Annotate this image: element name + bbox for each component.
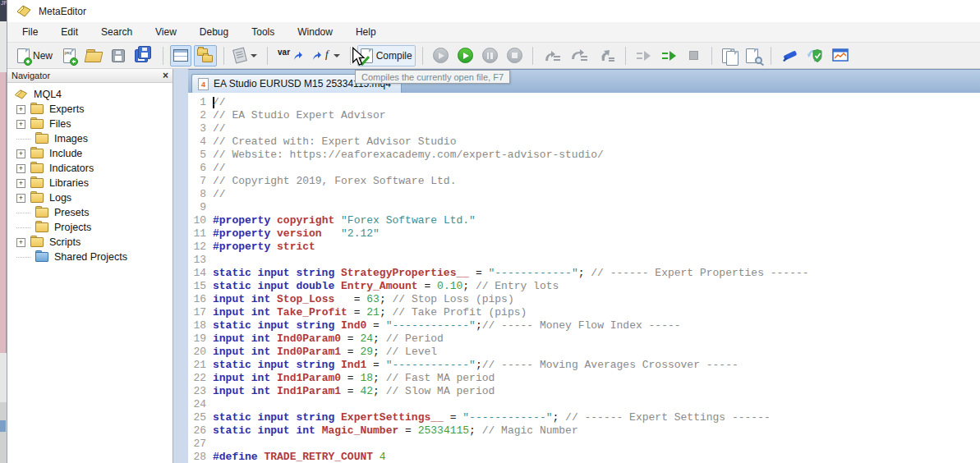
expand-plus-icon[interactable]: + (16, 238, 25, 247)
code-line[interactable]: 21static input string Ind1 = "----------… (188, 359, 980, 372)
code-line[interactable]: 22input int Ind1Param0 = 18; // Fast MA … (188, 372, 980, 385)
compile-button[interactable]: Compile (357, 45, 416, 66)
code-editor[interactable]: 1//2// EA Studio Expert Advisor3//4// Cr… (188, 93, 980, 463)
line-number: 19 (188, 332, 213, 346)
expand-plus-icon[interactable]: + (16, 164, 25, 173)
open-button[interactable] (82, 45, 105, 66)
expand-plus-icon[interactable]: + (16, 120, 25, 129)
menu-item-file[interactable]: File (11, 22, 49, 42)
code-line[interactable]: 5// Website: https://eaforexacademy.com/… (188, 149, 980, 162)
menu-item-view[interactable]: View (144, 22, 188, 42)
code-line[interactable]: 20input int Ind0Param1 = 29; // Level (188, 346, 980, 359)
menu-item-edit[interactable]: Edit (49, 22, 90, 42)
code-line[interactable]: 9 (188, 201, 980, 214)
step-into-button[interactable] (540, 45, 564, 66)
code-line[interactable]: 27 (188, 438, 980, 451)
tree-connector (16, 257, 30, 258)
debug-start-button[interactable] (454, 45, 476, 66)
sidebar-item-scripts[interactable]: +Scripts (7, 235, 173, 250)
sidebar-item-files[interactable]: +Files (7, 117, 173, 131)
save-button[interactable] (108, 45, 129, 66)
save-all-button[interactable] (131, 45, 156, 66)
line-number: 9 (188, 201, 213, 214)
styler-dropdown-button[interactable] (231, 45, 260, 66)
code-line[interactable]: 26static input int Magic_Number = 253341… (188, 424, 980, 438)
folder-icon (30, 163, 44, 173)
code-line[interactable]: 17input int Take_Profit = 21; // Take Pr… (188, 306, 980, 319)
code-text: #property copyright "Forex Software Ltd.… (213, 214, 476, 227)
code-line[interactable]: 12#property strict (188, 241, 980, 254)
tree-item-label: Include (49, 148, 82, 159)
search-in-file-button[interactable] (743, 45, 764, 66)
code-line[interactable]: 19input int Ind0Param0 = 24; // Period (188, 332, 980, 346)
sidebar-item-images[interactable]: Images (7, 131, 173, 146)
code-line[interactable]: 3// (188, 122, 980, 135)
goto-function-button[interactable]: f (309, 45, 343, 66)
folder-icon (35, 252, 48, 262)
toolbar-separator (163, 47, 163, 65)
sidebar-item-presets[interactable]: Presets (7, 205, 173, 220)
tree-connector (16, 227, 30, 228)
sidebar-item-libraries[interactable]: +Libraries (7, 176, 173, 190)
code-line[interactable]: 8// (188, 188, 980, 201)
menu-item-help[interactable]: Help (344, 22, 388, 42)
mq4-file-icon: 4 (198, 78, 209, 90)
code-line[interactable]: 25static input string ExpertSettings__ =… (188, 411, 980, 424)
new-button[interactable]: New (14, 45, 56, 66)
code-line[interactable]: 2// EA Studio Expert Advisor (188, 109, 980, 122)
styler-brush-button[interactable] (778, 45, 801, 66)
code-line[interactable]: 1// (188, 96, 980, 109)
close-icon[interactable]: × (163, 71, 168, 80)
panel-splitter[interactable] (173, 69, 188, 463)
code-line[interactable]: 24 (188, 398, 980, 411)
plus-badge-icon (70, 57, 78, 66)
code-line[interactable]: 23input int Ind1Param1 = 42; // Slow MA … (188, 385, 980, 398)
code-line[interactable]: 18static input string Ind0 = "----------… (188, 319, 980, 332)
expand-plus-icon[interactable]: + (16, 149, 25, 158)
chart-window-button[interactable] (829, 45, 853, 66)
sidebar-item-projects[interactable]: Projects (7, 220, 173, 235)
code-line[interactable]: 7// Copyright 2019, Forex Software Ltd. (188, 175, 980, 188)
sidebar-item-shared-projects[interactable]: Shared Projects (7, 250, 173, 264)
sidebar-item-indicators[interactable]: +Indicators (7, 161, 173, 176)
copy-button[interactable] (719, 45, 740, 66)
code-text: // (213, 122, 226, 135)
storage-check-button[interactable] (803, 45, 826, 66)
sidebar-item-experts[interactable]: +Experts (7, 102, 173, 117)
expand-plus-icon[interactable]: + (16, 194, 25, 203)
run-to-cursor-button[interactable] (658, 45, 681, 66)
menu-item-window[interactable]: Window (286, 22, 344, 42)
step-out-button[interactable] (594, 45, 619, 66)
new-project-button[interactable]: proj (58, 45, 80, 66)
menu-item-debug[interactable]: Debug (188, 22, 240, 42)
sidebar-item-include[interactable]: +Include (7, 146, 173, 161)
step-over-button[interactable] (567, 45, 591, 66)
save-all-icon (135, 48, 153, 63)
code-line[interactable]: 28#define TRADE_RETRY_COUNT 4 (188, 451, 980, 463)
debug-restart-button[interactable] (430, 45, 452, 66)
sidebar-item-logs[interactable]: +Logs (7, 190, 173, 205)
toggle-layout-button[interactable] (170, 45, 191, 66)
toggle-navigator-button[interactable] (194, 45, 217, 66)
debug-pause-button[interactable] (479, 45, 501, 66)
chevron-down-icon (334, 54, 340, 57)
menu-item-search[interactable]: Search (90, 22, 144, 42)
menu-item-tools[interactable]: Tools (240, 22, 286, 42)
code-line[interactable]: 4// Created with: Expert Advisor Studio (188, 135, 980, 149)
code-line[interactable]: 14static input string StrategyProperties… (188, 267, 980, 280)
expand-plus-icon[interactable]: + (16, 105, 25, 114)
run-to-cursor-disabled-button[interactable] (633, 45, 656, 66)
debug-stop-button[interactable] (504, 45, 526, 66)
code-line[interactable]: 16input int Stop_Loss = 63; // Stop Loss… (188, 293, 980, 306)
sidebar-item-mql4[interactable]: MQL4 (7, 87, 173, 102)
tree-item-label: Presets (54, 207, 89, 218)
code-line[interactable]: 10#property copyright "Forex Software Lt… (188, 214, 980, 227)
breakpoint-button[interactable] (683, 45, 705, 66)
expand-plus-icon[interactable]: + (16, 179, 25, 188)
goto-variable-button[interactable]: var (274, 45, 306, 66)
code-line[interactable]: 13 (188, 254, 980, 267)
toolbar-separator (422, 47, 423, 65)
code-line[interactable]: 6// (188, 162, 980, 175)
code-line[interactable]: 11#property version "2.12" (188, 227, 980, 241)
code-line[interactable]: 15static input double Entry_Amount = 0.1… (188, 280, 980, 293)
